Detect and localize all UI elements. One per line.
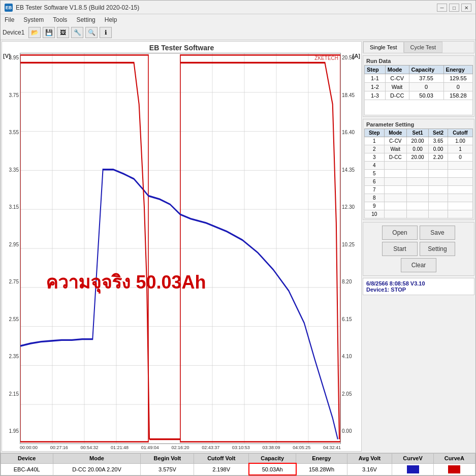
bottom-table: Device Mode Begin Volt Cutoff Volt Capac… bbox=[1, 453, 475, 475]
bcol-mode: Mode bbox=[53, 454, 141, 464]
menu-file[interactable]: File bbox=[3, 15, 16, 24]
param-row-2: 2 Wait 0.00 0.00 1 bbox=[365, 145, 473, 153]
run-data-title: Run Data bbox=[364, 57, 473, 65]
col-capacity: Capacity bbox=[409, 66, 443, 74]
bcol-device: Device bbox=[1, 454, 53, 464]
p-set1-2: 0.00 bbox=[407, 145, 429, 153]
p-set1-1: 20.00 bbox=[407, 137, 429, 145]
bcol-begin: Begin Volt bbox=[141, 454, 194, 464]
y-right-val-6: 8.20 bbox=[342, 279, 352, 284]
run-step-2: 1-2 bbox=[365, 83, 386, 91]
chart-title: EB Tester Software bbox=[2, 42, 361, 53]
p-set1-3: 20.00 bbox=[407, 153, 429, 162]
window-controls: ─ □ ✕ bbox=[437, 4, 471, 12]
info-icon[interactable]: ℹ bbox=[100, 27, 112, 38]
y-left-val-4: 3.15 bbox=[9, 204, 19, 210]
y-left-val-6: 2.75 bbox=[9, 279, 19, 284]
clear-button[interactable]: Clear bbox=[401, 258, 436, 272]
x-val-1: 00:27:16 bbox=[50, 445, 68, 450]
param-row-7: 7 bbox=[365, 186, 473, 194]
chart-section: EB Tester Software [V] [A] 3.95 3.75 3.5… bbox=[2, 41, 362, 452]
param-row-5: 5 bbox=[365, 170, 473, 178]
y-axis-left: 3.95 3.75 3.55 3.35 3.15 2.95 2.75 2.55 … bbox=[2, 53, 20, 444]
col-step: Step bbox=[365, 66, 386, 74]
p-step-8: 8 bbox=[365, 194, 385, 202]
status-device: Device1: STOP bbox=[366, 287, 471, 293]
settings-icon[interactable]: 🔧 bbox=[71, 27, 83, 38]
setting-button[interactable]: Setting bbox=[420, 242, 455, 256]
x-val-5: 02:16:20 bbox=[171, 445, 189, 450]
param-section: Parameter Setting Step Mode Set1 Set2 Cu… bbox=[363, 119, 474, 220]
run-step-3: 1-3 bbox=[365, 91, 386, 100]
menu-tools[interactable]: Tools bbox=[51, 15, 69, 24]
bottom-data-row: EBC-A40L D-CC 20.00A 2.20V 3.575V 2.198V… bbox=[1, 463, 475, 475]
start-button[interactable]: Start bbox=[382, 242, 418, 256]
tab-cycle-test[interactable]: Cycle Test bbox=[404, 42, 443, 53]
menu-system[interactable]: System bbox=[21, 15, 46, 24]
y-left-val-3: 3.35 bbox=[9, 167, 19, 173]
brow-begin: 3.575V bbox=[141, 463, 194, 475]
p-mode-1: C-CV bbox=[384, 137, 407, 145]
run-data-row-empty bbox=[365, 100, 473, 115]
p-cutoff-1: 1.00 bbox=[448, 137, 472, 145]
x-axis: 00:00:00 00:27:16 00:54:32 01:21:48 01:4… bbox=[2, 444, 341, 451]
brow-device: EBC-A40L bbox=[1, 463, 53, 475]
run-cap-1: 37.55 bbox=[409, 74, 443, 83]
bcol-energy: Energy bbox=[296, 454, 347, 464]
x-val-4: 01:49:04 bbox=[141, 445, 159, 450]
y-right-val-0: 20.50 bbox=[342, 55, 355, 60]
y-right-val-2: 16.40 bbox=[342, 130, 355, 135]
y-left-val-1: 3.75 bbox=[9, 92, 19, 98]
save-button[interactable]: Save bbox=[420, 226, 455, 240]
bcol-avgvolt: Avg Volt bbox=[347, 454, 392, 464]
brow-mode: D-CC 20.00A 2.20V bbox=[53, 463, 141, 475]
toolbar: Device1 📂 💾 🖼 🔧 🔍 ℹ bbox=[1, 25, 475, 40]
save-icon[interactable]: 💾 bbox=[43, 27, 55, 38]
param-row-1: 1 C-CV 20.00 3.65 1.00 bbox=[365, 137, 473, 145]
run-energy-1: 129.55 bbox=[443, 74, 472, 83]
search-icon[interactable]: 🔍 bbox=[85, 27, 98, 38]
y-right-val-5: 10.25 bbox=[342, 242, 355, 247]
run-step-1: 1-1 bbox=[365, 74, 386, 83]
p-step-10: 10 bbox=[365, 210, 385, 218]
brow-energy: 158.28Wh bbox=[296, 463, 347, 475]
p-step-2: 2 bbox=[365, 145, 385, 153]
close-button[interactable]: ✕ bbox=[461, 4, 471, 12]
y-left-val-2: 3.55 bbox=[9, 130, 19, 135]
param-table: Step Mode Set1 Set2 Cutoff 1 C-CV 20.00 bbox=[364, 129, 473, 218]
image-icon[interactable]: 🖼 bbox=[57, 27, 69, 38]
pcol-cutoff: Cutoff bbox=[448, 129, 472, 137]
tab-single-test[interactable]: Single Test bbox=[363, 42, 404, 53]
chart-plot-area[interactable]: ZKETECH bbox=[20, 53, 341, 444]
x-val-3: 01:21:48 bbox=[111, 445, 129, 450]
menu-setting[interactable]: Setting bbox=[74, 15, 97, 24]
run-energy-2: 0 bbox=[443, 83, 472, 91]
param-row-4: 4 bbox=[365, 162, 473, 170]
p-mode-2: Wait bbox=[384, 145, 407, 153]
param-row-10: 10 bbox=[365, 210, 473, 218]
x-val-10: 04:32:41 bbox=[323, 445, 341, 450]
tabs-header: Single Test Cycle Test bbox=[363, 42, 474, 53]
p-step-7: 7 bbox=[365, 186, 385, 194]
y-axis-right: 20.50 18.45 16.40 14.35 12.30 10.25 8.20… bbox=[341, 53, 361, 444]
open-folder-icon[interactable]: 📂 bbox=[28, 27, 41, 38]
bcol-curvev: CurveV bbox=[392, 454, 433, 464]
maximize-button[interactable]: □ bbox=[449, 4, 459, 12]
action-buttons: Open Save Start Setting Clear bbox=[363, 222, 474, 276]
p-set2-2: 0.00 bbox=[429, 145, 448, 153]
pcol-set1: Set1 bbox=[407, 129, 429, 137]
title-bar-left: EB EB Tester Software V1.8.5 (Build 2020… bbox=[5, 4, 139, 12]
y-left-val-8: 2.35 bbox=[9, 354, 19, 359]
col-energy: Energy bbox=[443, 66, 472, 74]
menu-help[interactable]: Help bbox=[103, 15, 119, 24]
status-datetime: 6/8/2566 8:08:58 V3.10 bbox=[366, 280, 471, 287]
x-val-2: 00:54:32 bbox=[80, 445, 98, 450]
run-cap-3: 50.03 bbox=[409, 91, 443, 100]
menu-bar: File System Tools Setting Help bbox=[1, 14, 475, 25]
x-val-7: 03:10:53 bbox=[232, 445, 250, 450]
chart-wrapper: 3.95 3.75 3.55 3.35 3.15 2.95 2.75 2.55 … bbox=[2, 53, 361, 444]
open-button[interactable]: Open bbox=[382, 226, 418, 240]
minimize-button[interactable]: ─ bbox=[437, 4, 447, 12]
param-row-6: 6 bbox=[365, 178, 473, 186]
p-step-9: 9 bbox=[365, 202, 385, 210]
